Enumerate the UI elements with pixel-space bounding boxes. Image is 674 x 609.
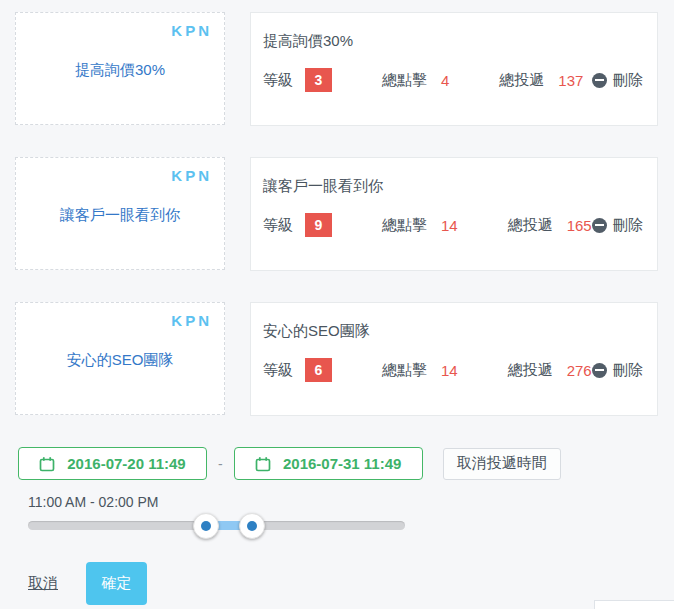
calendar-icon [255,456,271,472]
level-badge: 6 [305,358,332,382]
minus-circle-icon [592,363,607,378]
total-delivered-label: 總投遞 [499,71,544,90]
level-label: 等級 [263,361,293,380]
total-delivered-stat: 總投遞 276 [508,361,592,380]
delete-label: 刪除 [613,71,643,90]
delete-button[interactable]: 刪除 [592,216,643,235]
slider-handle-dot [201,521,211,531]
campaign-row: KPN 安心的SEO團隊 安心的SEO團隊 等級 6 總點擊 14 總投遞 27… [15,302,658,416]
total-clicks-label: 總點擊 [382,71,427,90]
total-delivered-value: 165 [567,217,592,234]
campaign-stats: 等級 3 總點擊 4 總投遞 137 刪除 [263,68,643,92]
ad-preview-title: 讓客戶一眼看到你 [28,206,212,225]
ad-preview-title: 提高詢價30% [28,61,212,80]
cancel-delivery-time-button[interactable]: 取消投遞時間 [443,448,561,480]
campaign-detail-panel: 讓客戶一眼看到你 等級 9 總點擊 14 總投遞 165 刪除 [250,157,658,271]
total-clicks-value: 4 [441,72,449,89]
delete-button[interactable]: 刪除 [592,361,643,380]
slider-start-handle[interactable] [193,513,219,539]
campaign-title: 安心的SEO團隊 [263,322,643,341]
slider-end-handle[interactable] [239,513,265,539]
delivery-settings-page: KPN 提高詢價30% 提高詢價30% 等級 3 總點擊 4 總投遞 137 [0,0,674,605]
total-delivered-stat: 總投遞 165 [508,216,592,235]
level-label: 等級 [263,216,293,235]
minus-circle-icon [592,218,607,233]
slider-handle-dot [247,521,257,531]
total-clicks-stat: 總點擊 4 [382,71,449,90]
delivery-date-range: 2016-07-20 11:49 - 2016-07-31 11:49 取消投遞… [18,447,658,480]
campaign-title: 讓客戶一眼看到你 [263,177,643,196]
total-clicks-value: 14 [441,362,458,379]
campaign-row: KPN 提高詢價30% 提高詢價30% 等級 3 總點擊 4 總投遞 137 [15,12,658,126]
delete-label: 刪除 [613,216,643,235]
ad-preview-card[interactable]: KPN 提高詢價30% [15,12,225,125]
minus-circle-icon [592,73,607,88]
footer-actions: 取消 確定 [28,562,658,605]
campaign-stats: 等級 9 總點擊 14 總投遞 165 刪除 [263,213,643,237]
kpn-logo: KPN [171,22,212,39]
time-range-slider [28,512,405,540]
total-delivered-label: 總投遞 [508,216,553,235]
confirm-button[interactable]: 確定 [86,562,147,605]
time-range-label: 11:00 AM - 02:00 PM [28,494,658,510]
level-badge: 3 [305,68,332,92]
total-clicks-stat: 總點擊 14 [382,361,458,380]
total-clicks-stat: 總點擊 14 [382,216,458,235]
total-clicks-label: 總點擊 [382,216,427,235]
kpn-logo: KPN [171,312,212,329]
total-clicks-label: 總點擊 [382,361,427,380]
campaign-detail-panel: 安心的SEO團隊 等級 6 總點擊 14 總投遞 276 刪除 [250,302,658,416]
campaign-title: 提高詢價30% [263,32,643,51]
total-delivered-value: 276 [567,362,592,379]
date-range-separator: - [218,456,223,472]
level-badge: 9 [305,213,332,237]
bottom-right-partial-panel [594,600,674,609]
campaign-row: KPN 讓客戶一眼看到你 讓客戶一眼看到你 等級 9 總點擊 14 總投遞 16… [15,157,658,271]
total-clicks-value: 14 [441,217,458,234]
kpn-logo: KPN [171,167,212,184]
ad-preview-title: 安心的SEO團隊 [28,351,212,370]
ad-preview-card[interactable]: KPN 安心的SEO團隊 [15,302,225,415]
cancel-link[interactable]: 取消 [28,574,58,593]
total-delivered-stat: 總投遞 137 [499,71,583,90]
campaign-stats: 等級 6 總點擊 14 總投遞 276 刪除 [263,358,643,382]
delete-button[interactable]: 刪除 [592,71,643,90]
start-datetime-value: 2016-07-20 11:49 [67,455,185,472]
delete-label: 刪除 [613,361,643,380]
start-datetime-input[interactable]: 2016-07-20 11:49 [18,447,207,480]
end-datetime-value: 2016-07-31 11:49 [283,455,401,472]
level-stat: 等級 3 [263,68,332,92]
total-delivered-value: 137 [558,72,583,89]
level-stat: 等級 6 [263,358,332,382]
total-delivered-label: 總投遞 [508,361,553,380]
campaign-detail-panel: 提高詢價30% 等級 3 總點擊 4 總投遞 137 刪除 [250,12,658,126]
calendar-icon [39,456,55,472]
level-stat: 等級 9 [263,213,332,237]
ad-preview-card[interactable]: KPN 讓客戶一眼看到你 [15,157,225,270]
level-label: 等級 [263,71,293,90]
end-datetime-input[interactable]: 2016-07-31 11:49 [234,447,423,480]
